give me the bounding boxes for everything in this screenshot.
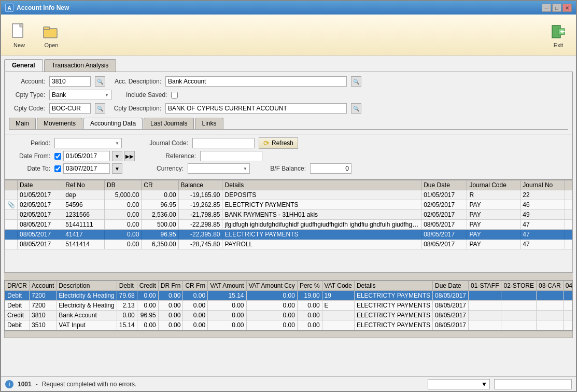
list-item[interactable]: Debit7200Electricity & Heating2.130.000.… [5,301,573,311]
table-row[interactable]: 📎02/05/2017545960.0096.95-19,262.85ELECT… [5,200,572,210]
status-dropdown-arrow: ▼ [481,381,487,388]
td-details: ELECTRICTY PAYMENTS [222,200,421,210]
td-cr: 6,350.00 [142,240,178,249]
col-header-cr: CR [142,180,178,190]
td-journalno: 49 [520,210,565,220]
new-button[interactable]: New [5,20,33,51]
cpty-description-search-button[interactable]: 🔍 [351,103,361,114]
acc-description-input[interactable] [165,76,347,87]
form-row-2: Cpty Type: Bank ▼ Include Saved: [9,90,568,100]
sub-tab-main[interactable]: Main [9,118,36,129]
cpty-code-search-button[interactable]: 🔍 [95,103,105,114]
acc-description-search-button[interactable]: 🔍 [351,76,361,87]
form-row-1: Account: 🔍 Acc. Description: 🔍 [9,76,568,87]
bottom-scrollbar[interactable] [4,331,573,338]
col-header-journalcode: Journal Code [467,180,520,190]
date-from-checkbox[interactable] [54,153,61,160]
col-header-refno: Ref No [63,180,105,190]
date-to-checkbox[interactable] [54,165,61,172]
status-right-input[interactable] [494,379,572,389]
detail-table-header: DR/CR Account Description Debit Credit D… [5,281,573,291]
filter-row-2: Date From: ▼ ▶▶ Reference: [9,151,568,161]
cpty-code-input[interactable] [49,103,91,114]
period-dropdown[interactable]: ▼ [54,138,122,148]
sub-tab-last-journals[interactable]: Last Journals [144,118,194,129]
clip-cell [5,240,18,249]
col-header-details: Details [222,180,421,190]
dcol-drfrn: DR Frn [158,281,183,291]
table-row[interactable]: 08/05/2017514411110.00500.00-22,298.85jf… [5,220,572,230]
tab-transaction-analysis[interactable]: Transaction Analysis [44,59,117,72]
col-header-scrollfill [565,180,572,190]
dcol-account: Account [30,281,57,291]
clip-cell [5,190,18,200]
cpty-description-label: Cpty Description: [109,105,161,112]
list-item[interactable]: Debit7200Electricity & Heating79.680.000… [5,291,573,301]
main-table: Date Ref No DB CR Balance Details Due Da… [5,180,572,249]
table-row[interactable]: 02/05/201712315660.002,536.00-21,798.85B… [5,210,572,220]
date-from-calendar-button[interactable]: ▼ [112,151,122,161]
maximize-button[interactable]: □ [552,4,561,12]
td-scrollfill [565,230,572,240]
dd-crfrn: 0.00 [183,320,208,330]
list-item[interactable]: Debit3510VAT Input15.140.000.000.000.000… [5,320,573,330]
exit-icon [549,22,568,41]
dd-vatamount: 0.00 [208,311,246,320]
include-saved-checkbox[interactable] [171,92,178,99]
list-item[interactable]: Credit3810Bank Account0.0096.950.000.000… [5,311,573,320]
dd-vatcode: E [322,301,354,311]
exit-button[interactable]: Exit [545,20,572,50]
cpty-type-dropdown[interactable]: Bank ▼ [49,90,111,100]
refresh-button[interactable]: ⟳ Refresh [259,137,298,149]
td-cr: 96.95 [142,230,178,240]
dd-car [536,301,563,311]
close-button[interactable]: ✕ [562,4,572,12]
status-dropdown[interactable]: ▼ [428,379,490,389]
window-icon: A [5,4,13,12]
table-row[interactable]: 08/05/201751414140.006,350.00-28,745.80P… [5,240,572,249]
dd-staff [469,301,501,311]
date-to-calendar-button[interactable]: ▼ [112,163,122,174]
dd-debit: 79.68 [117,291,137,301]
toolbar: New Open Exit [1,15,576,56]
minimize-button[interactable]: ─ [542,4,551,12]
filter-area: Period: ▼ Journal Code: ⟳ Refresh Date F… [4,134,573,179]
date-from-forward-button[interactable]: ▶▶ [124,151,135,161]
dd-staff [469,291,501,301]
journal-code-input[interactable] [192,138,255,148]
cpty-description-input[interactable] [165,103,347,114]
td-journalcode: PAY [467,240,520,249]
account-search-button[interactable]: 🔍 [95,76,105,87]
reference-input[interactable] [200,151,262,161]
filter-row-1: Period: ▼ Journal Code: ⟳ Refresh [9,137,568,149]
clip-cell [5,210,18,220]
date-from-input[interactable] [63,151,110,161]
currency-dropdown[interactable]: ▼ [188,163,250,174]
sub-tab-links[interactable]: Links [195,118,223,129]
dd-crfrn: 0.00 [183,291,208,301]
main-table-scroll[interactable]: Date Ref No DB CR Balance Details Due Da… [4,179,573,273]
open-button[interactable]: Open [37,20,65,51]
dd-credit: 0.00 [137,291,158,301]
horizontal-scrollbar[interactable] [4,273,573,280]
dd-description: Bank Account [57,311,117,320]
dd-store [501,320,536,330]
dd-credit: 96.95 [137,311,158,320]
date-to-input[interactable] [63,163,110,174]
dd-perc: 19.00 [297,291,322,301]
tab-general[interactable]: General [4,59,43,72]
account-input[interactable] [49,76,91,87]
dcol-staff: 01-STAFF [469,281,501,291]
table-row[interactable]: 08/05/2017414170.0096.95-22,395.80ELECTR… [5,230,572,240]
table-row[interactable]: 01/05/2017dep5,000.000.00-19,165.90DEPOS… [5,190,572,200]
bf-balance-input[interactable] [310,163,351,174]
title-bar: A Account Info New ─ □ ✕ [1,1,576,15]
sub-tab-accounting-data[interactable]: Accounting Data [83,118,143,129]
sub-tab-movements[interactable]: Movements [37,118,82,129]
td-date: 02/05/2017 [18,210,63,220]
form-area: Account: 🔍 Acc. Description: 🔍 Cpty Type… [4,72,573,134]
dd-vatamount: 0.00 [208,301,246,311]
td-cr: 96.95 [142,200,178,210]
dd-description: Electricity & Heating [57,301,117,311]
td-db: 0.00 [105,220,142,230]
